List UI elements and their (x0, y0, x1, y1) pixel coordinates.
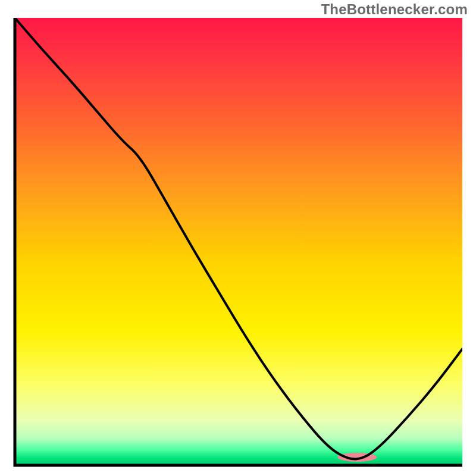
chart-container: TheBottlenecker.com (0, 0, 476, 476)
bottleneck-chart (0, 0, 476, 476)
watermark-text: TheBottlenecker.com (321, 1, 468, 18)
gradient-background (15, 18, 462, 465)
